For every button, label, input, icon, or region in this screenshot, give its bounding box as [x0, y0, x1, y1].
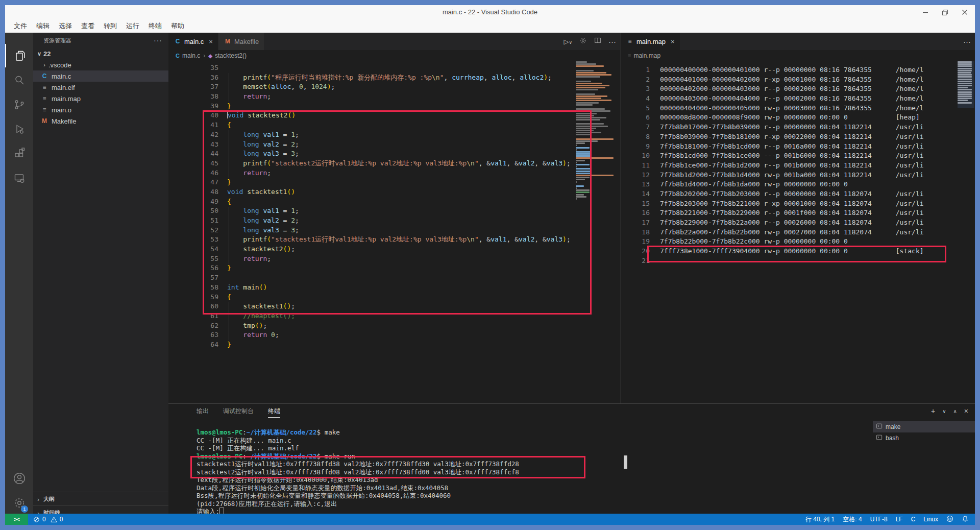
map-line[interactable]: 127f7b8b1d2000-7f7b8b1d4000 rw-p 001ba00… [621, 171, 975, 180]
terminal-list-item-make[interactable]: make [873, 421, 975, 432]
more-actions-icon[interactable]: ··· [608, 37, 616, 46]
menu-item-终端[interactable]: 终端 [144, 21, 166, 31]
outline-section[interactable]: ›大纲 [33, 492, 168, 506]
tab-main.c[interactable]: Cmain.c× [168, 33, 218, 50]
remote-explorer-icon[interactable] [5, 166, 33, 190]
search-icon[interactable] [5, 68, 33, 92]
code-line[interactable]: 47} [168, 178, 620, 187]
map-line[interactable]: 167f7b8b221000-7f7b8b229000 r--p 0001f00… [621, 208, 975, 218]
settings-gear-icon[interactable]: 1 [5, 491, 33, 515]
breadcrumb[interactable]: Cmain.c›◆stacktest2() [168, 50, 620, 61]
map-line[interactable]: 117f7b8b1ce000-7f7b8b1d2000 r--p 001b600… [621, 161, 975, 171]
map-line[interactable]: 97f7b8b181000-7f7b8b1cd000 r--p 0016a000… [621, 142, 975, 152]
map-line[interactable]: 4000000403000-000000404000 r--p 00002000… [621, 94, 975, 104]
code-line[interactable]: 45 printf("stacktest2运行时val1地址:%p val2地址… [168, 159, 620, 168]
status-item[interactable]: 空格: 4 [843, 515, 862, 524]
map-line[interactable]: 1000000400000-000000401000 r--p 00000000… [621, 65, 975, 75]
code-line[interactable]: 46 return; [168, 168, 620, 178]
minimap-slider[interactable] [958, 61, 974, 108]
code-line[interactable]: 62 tmp(); [168, 321, 620, 331]
sidebar-item-main.o[interactable]: ≡main.o [33, 104, 168, 115]
map-line[interactable]: 157f7b8b203000-7f7b8b221000 r-xp 0000100… [621, 199, 975, 209]
map-line[interactable]: 77f7b8b017000-7f7b8b039000 r--p 00000000… [621, 123, 975, 132]
status-item[interactable]: C [911, 516, 916, 523]
code-line[interactable]: 51 long val2 = 2; [168, 216, 620, 226]
panel-tab-输出[interactable]: 输出 [197, 406, 209, 417]
map-line[interactable]: 147f7b8b202000-7f7b8b203000 r--p 0000000… [621, 189, 975, 199]
feedback-smiley-icon[interactable] [946, 515, 953, 524]
terminal-list-item-bash[interactable]: bash [873, 432, 975, 444]
panel-tab-终端[interactable]: 终端 [268, 406, 280, 418]
breadcrumb-item[interactable]: main.map [633, 52, 660, 59]
status-item[interactable]: Linux [923, 516, 938, 523]
notifications-bell-icon[interactable] [962, 515, 969, 524]
run-c-file-icon[interactable]: ▷∨ [564, 38, 572, 45]
code-line[interactable]: 43 long val2 = 2; [168, 140, 620, 150]
code-line[interactable]: 36 printf("程序运行时当前堆指针:%p 新分配的堆内存:%p :%p\… [168, 73, 620, 83]
sidebar-item-main.c[interactable]: Cmain.c [33, 70, 168, 82]
status-item[interactable]: 行 40, 列 1 [805, 515, 835, 524]
code-line[interactable]: 54 stacktest2(); [168, 245, 620, 254]
code-line[interactable]: 56} [168, 263, 620, 273]
code-line[interactable]: 53 printf("stacktest1运行时val1地址:%p val2地址… [168, 235, 620, 245]
account-icon[interactable] [5, 467, 33, 490]
minimap[interactable] [576, 61, 616, 214]
code-line[interactable]: 48void stacktest1() [168, 187, 620, 197]
code-editor[interactable]: 3536 printf("程序运行时当前堆指针:%p 新分配的堆内存:%p :%… [168, 61, 620, 403]
map-line[interactable]: 21 [621, 256, 975, 266]
run-debug-icon[interactable] [5, 117, 33, 141]
breadcrumb-item[interactable]: stacktest2() [215, 52, 247, 59]
status-item[interactable]: LF [896, 516, 903, 523]
breadcrumb-item[interactable]: main.c [182, 52, 200, 59]
code-line[interactable]: 38 return; [168, 92, 620, 102]
terminal-dropdown-icon[interactable]: ∨ [942, 408, 946, 414]
tab-main.map[interactable]: ≡main.map× [621, 33, 680, 50]
map-line[interactable]: 207fff738e1000-7fff73904000 rw-p 0000000… [621, 247, 975, 256]
code-line[interactable]: 44 long val3 = 3; [168, 149, 620, 159]
run-settings-gear-icon[interactable] [579, 37, 587, 46]
more-actions-icon[interactable]: ··· [963, 37, 971, 46]
menu-item-查看[interactable]: 查看 [77, 21, 99, 31]
menu-item-文件[interactable]: 文件 [9, 21, 32, 31]
code-line[interactable]: 37 memset(alloc, 0, 1024); [168, 82, 620, 92]
terminal-output[interactable]: lmos@lmos-PC:~/计算机基础/code/22$ makeCC -[M… [197, 428, 860, 516]
menu-item-编辑[interactable]: 编辑 [32, 21, 54, 31]
menu-item-帮助[interactable]: 帮助 [166, 21, 189, 31]
map-line[interactable]: 137f7b8b1d4000-7f7b8b1da000 rw-p 0000000… [621, 180, 975, 189]
map-line[interactable]: 3000000402000-000000403000 r--p 00002000… [621, 84, 975, 94]
sidebar-item-main.map[interactable]: ≡main.map [33, 93, 168, 104]
code-line[interactable]: 63 return 0; [168, 330, 620, 340]
maximize-panel-icon[interactable]: ∧ [953, 408, 957, 414]
code-line[interactable]: 55 return; [168, 254, 620, 264]
breadcrumb[interactable]: ≡main.map [621, 50, 975, 61]
code-line[interactable]: 57 [168, 273, 620, 283]
code-line[interactable]: 64} [168, 340, 620, 350]
minimize-button[interactable] [922, 9, 928, 15]
remote-indicator[interactable]: >< [5, 514, 28, 525]
map-line[interactable]: 177f7b8b229000-7f7b8b22a000 r--p 0002600… [621, 218, 975, 228]
map-line[interactable]: 5000000404000-000000405000 rw-p 00003000… [621, 104, 975, 113]
menu-item-运行[interactable]: 运行 [121, 21, 144, 31]
map-line[interactable]: 2000000401000-000000402000 r-xp 00001000… [621, 75, 975, 85]
code-line[interactable]: 39} [168, 102, 620, 111]
minimap[interactable] [958, 61, 974, 123]
map-line[interactable]: 187f7b8b22a000-7f7b8b22b000 rw-p 0002700… [621, 228, 975, 237]
explorer-icon[interactable] [5, 44, 34, 67]
restore-button[interactable] [942, 9, 948, 16]
map-line[interactable]: 87f7b8b039000-7f7b8b181000 r-xp 00022000… [621, 132, 975, 142]
code-line[interactable]: 49{ [168, 197, 620, 207]
problems-status[interactable]: 0 0 [33, 516, 63, 523]
sidebar-item-.vscode[interactable]: ›.vscode [33, 59, 168, 70]
code-line[interactable]: 50 long val1 = 1; [168, 206, 620, 216]
code-line[interactable]: 35 [168, 63, 620, 73]
map-line[interactable]: 107f7b8b1cd000-7f7b8b1ce000 ---p 001b600… [621, 151, 975, 161]
map-editor[interactable]: 1000000400000-000000401000 r--p 00000000… [621, 61, 975, 403]
code-line[interactable]: 58int main() [168, 283, 620, 293]
code-line[interactable]: 40void stacktest2() [168, 111, 620, 121]
split-editor-icon[interactable] [594, 37, 601, 46]
source-control-icon[interactable] [5, 93, 33, 116]
code-line[interactable]: 42 long val1 = 1; [168, 130, 620, 140]
code-line[interactable]: 59{ [168, 293, 620, 302]
map-line[interactable]: 197f7b8b22b000-7f7b8b22c000 rw-p 0000000… [621, 237, 975, 247]
tree-root-folder[interactable]: ∨22 [33, 48, 168, 59]
